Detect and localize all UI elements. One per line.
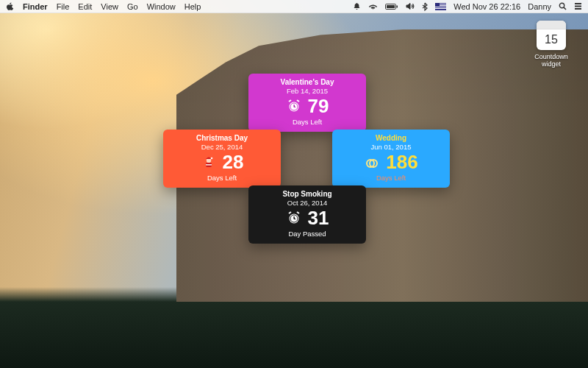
ring-icon xyxy=(364,154,380,170)
svg-line-10 xyxy=(564,7,566,10)
calendar-tile-day: 15 xyxy=(537,29,566,50)
alarm-clock-icon xyxy=(286,210,302,226)
widget-count: 31 xyxy=(308,208,329,227)
countdown-widget-wedding[interactable]: Wedding Jun 01, 2015 186 Days Left xyxy=(332,130,450,188)
volume-icon[interactable] xyxy=(406,2,415,10)
desktop-icon-countdown-widget[interactable]: 15 Countdown widget xyxy=(528,21,575,68)
menu-window[interactable]: Window xyxy=(147,2,176,11)
widget-sub: Days Left xyxy=(340,174,442,182)
menu-help[interactable]: Help xyxy=(184,2,201,11)
apple-menu-icon[interactable] xyxy=(6,2,14,11)
svg-rect-7 xyxy=(435,8,446,9)
widget-date: Jun 01, 2015 xyxy=(340,143,442,151)
svg-point-17 xyxy=(210,158,212,160)
battery-icon[interactable] xyxy=(385,3,398,10)
svg-rect-19 xyxy=(206,164,212,165)
widget-sub: Day Passed xyxy=(256,230,359,238)
widget-date: Oct 26, 2014 xyxy=(256,199,359,207)
menu-file[interactable]: File xyxy=(57,2,70,11)
notification-center-icon[interactable] xyxy=(574,2,582,10)
widget-count: 186 xyxy=(386,152,417,171)
svg-rect-6 xyxy=(435,7,446,7)
desktop-icon-label: Countdown widget xyxy=(528,53,575,68)
wifi-icon[interactable] xyxy=(368,2,378,10)
menu-edit[interactable]: Edit xyxy=(78,2,92,11)
spotlight-icon[interactable] xyxy=(559,2,567,10)
menu-go[interactable]: Go xyxy=(127,2,138,11)
flag-icon[interactable] xyxy=(435,3,446,10)
bell-icon[interactable] xyxy=(353,2,361,10)
santa-icon xyxy=(201,154,217,170)
countdown-widget-stop-smoking[interactable]: Stop Smoking Oct 26, 2014 31 Day Passed xyxy=(248,185,366,244)
countdown-widget-christmas[interactable]: Christmas Day Dec 25, 2014 28 Days Left xyxy=(163,130,281,188)
svg-rect-1 xyxy=(387,5,395,8)
svg-rect-2 xyxy=(397,5,398,7)
widget-title: Valentine's Day xyxy=(256,78,359,86)
widget-title: Christmas Day xyxy=(171,134,273,142)
menubar-app-name[interactable]: Finder xyxy=(23,2,48,11)
bluetooth-icon[interactable] xyxy=(422,2,428,11)
menu-view[interactable]: View xyxy=(101,2,118,11)
svg-point-9 xyxy=(559,3,564,7)
widget-title: Wedding xyxy=(340,134,442,142)
menubar-user[interactable]: Danny xyxy=(528,2,551,11)
menubar: Finder File Edit View Go Window Help Wed… xyxy=(0,0,588,13)
widget-sub: Days Left xyxy=(256,118,359,126)
widget-count: 79 xyxy=(308,96,329,116)
svg-rect-12 xyxy=(575,6,581,7)
widget-date: Feb 14, 2015 xyxy=(256,87,359,95)
widget-date: Dec 25, 2014 xyxy=(171,143,273,151)
svg-rect-11 xyxy=(575,3,581,4)
widget-sub: Days Left xyxy=(171,174,273,182)
widget-title: Stop Smoking xyxy=(256,190,359,198)
widget-count: 28 xyxy=(223,152,244,171)
svg-rect-13 xyxy=(575,8,581,10)
calendar-tile-icon: 15 xyxy=(537,21,566,50)
svg-rect-8 xyxy=(435,3,440,7)
menubar-clock[interactable]: Wed Nov 26 22:16 xyxy=(453,2,520,11)
countdown-widget-valentine[interactable]: Valentine's Day Feb 14, 2015 79 Days Lef… xyxy=(248,74,366,132)
alarm-clock-icon xyxy=(286,98,302,114)
